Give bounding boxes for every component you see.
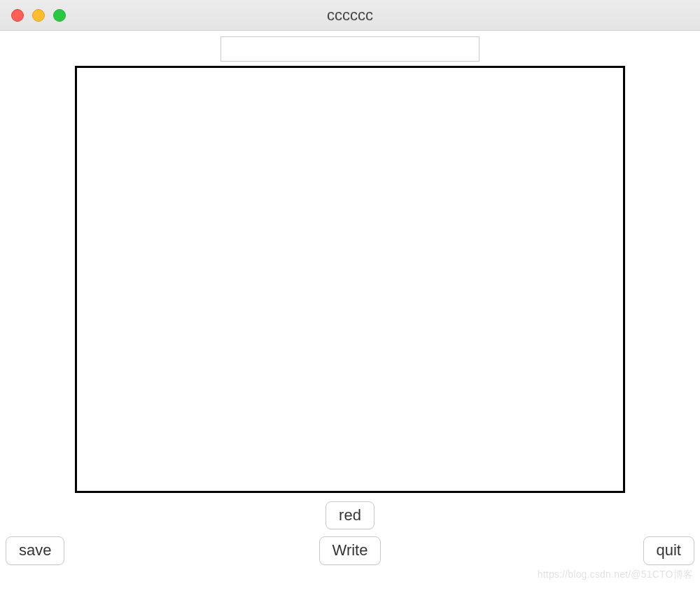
titlebar: cccccc [0, 0, 700, 31]
watermark-text: https://blog.csdn.net/@51CTO博客 [538, 569, 693, 581]
content-area: red save Write quit [0, 31, 700, 565]
bottom-button-row: save Write quit [0, 536, 700, 564]
red-button-row: red [0, 501, 700, 529]
window-title: cccccc [0, 6, 700, 25]
save-button[interactable]: save [6, 536, 64, 564]
entry-row [0, 34, 700, 66]
quit-button[interactable]: quit [643, 536, 694, 564]
close-icon[interactable] [11, 9, 24, 22]
main-textarea[interactable] [75, 66, 625, 493]
maximize-icon[interactable] [53, 9, 66, 22]
traffic-lights [11, 9, 66, 22]
write-button[interactable]: Write [319, 536, 382, 564]
minimize-icon[interactable] [32, 9, 45, 22]
textarea-row [0, 66, 700, 493]
red-button[interactable]: red [326, 501, 374, 529]
entry-input[interactable] [220, 36, 479, 62]
